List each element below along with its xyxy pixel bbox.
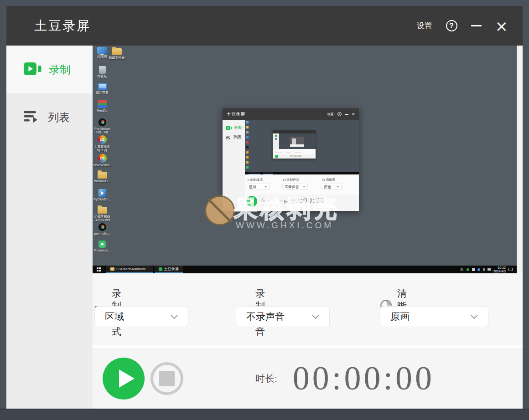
app-title: 土豆录屏: [34, 17, 91, 35]
nested-titlebar: 土豆录屏 设置 ? ×: [223, 108, 359, 120]
sidebar-item-label: 录制: [49, 62, 71, 77]
notification-icon: [508, 268, 513, 271]
nested-playbar: 时长: 00:00:00: [245, 195, 359, 211]
tray-icon: [483, 268, 485, 271]
app-window: 土豆录屏 设置 ? × 录制: [0, 0, 529, 420]
app-icon: [159, 267, 162, 271]
system-tray: 英 10:12 2024/4/3: [460, 266, 517, 273]
tray-clock: 10:12 2024/4/3: [493, 266, 506, 273]
nested-level3-window: 00:00:00: [273, 130, 316, 159]
sound-select[interactable]: 不录声音: [236, 306, 330, 327]
desktop-icon: 小鹿录视器 -1.0.40-win: [93, 205, 111, 222]
list-icon: [24, 110, 41, 125]
desktop-icon: ByClickDo...: [93, 189, 111, 201]
window-frame-bottom: [0, 409, 529, 420]
play-button[interactable]: [103, 358, 145, 400]
record-camera-icon: [24, 62, 42, 77]
nested-stop-button: [261, 198, 269, 205]
nested-titlebar-actions: 设置 ? ×: [327, 112, 355, 117]
desktop-icon: pro motio...: [93, 223, 111, 236]
nested-play-button: [246, 196, 257, 207]
titlebar-actions: 设置 ? ×: [417, 18, 508, 34]
sidebar-item-label: 列表: [48, 110, 70, 125]
nested-help-icon: ?: [337, 112, 342, 116]
controls-panel: 录制模式 区域: [93, 273, 523, 345]
app-body: 录制 列表: [6, 46, 523, 409]
tray-icon: [477, 268, 480, 271]
chevron-down-icon: [312, 312, 319, 321]
desktop-icon: DSDSLiveRec...: [93, 154, 111, 167]
chevron-down-icon: [171, 312, 178, 321]
network-icon: [488, 268, 491, 271]
desktop-icon: 新建文件夹: [108, 47, 125, 60]
app-content: 土豆录屏 设置 ? × 录制: [6, 6, 523, 409]
folder-icon: [110, 267, 114, 271]
screen-preview: 此电脑 新建文件夹 回收站 图片查看 HaoZip Pro Motion NG …: [93, 46, 517, 273]
tray-icon: [467, 268, 469, 271]
quality-select[interactable]: 原画: [380, 306, 488, 327]
playbar: 时长: 00:00:00: [93, 348, 523, 409]
minimize-button[interactable]: [471, 25, 482, 26]
settings-button[interactable]: 设置: [417, 20, 432, 31]
nested-controls: 录制模式 录制声音 清晰度 区域 不录声音 原画: [245, 174, 359, 195]
titlebar: 土豆录屏 设置 ? ×: [6, 6, 523, 46]
nested-sidebar-item-list: 列表: [223, 133, 245, 142]
watermark-site: WWW.GHXI.COM: [236, 220, 333, 230]
desktop-icon: Pro Motion NG - V8: [93, 118, 111, 134]
record-camera-icon: [226, 126, 232, 130]
desktop-icon: HaoZip: [93, 100, 111, 113]
nested-app-title: 土豆录屏: [227, 111, 245, 118]
desktop-icon: Screenres...: [93, 241, 111, 252]
close-icon[interactable]: ×: [495, 18, 508, 34]
preview-taskbar: C:\Users\Administ... 土豆录屏 英: [93, 266, 517, 273]
taskbar-item-app: 土豆录屏: [155, 266, 183, 273]
nested-preview: 00:00:00: [245, 120, 359, 174]
sidebar-item-list[interactable]: 列表: [6, 93, 93, 141]
help-icon[interactable]: ?: [446, 20, 457, 31]
main-panel: 此电脑 新建文件夹 回收站 图片查看 HaoZip Pro Motion NG …: [93, 46, 523, 409]
nested-sidebar-item-record: 录制: [223, 123, 245, 133]
chevron-down-icon: [471, 312, 478, 321]
desktop-icon: 图片查看: [93, 83, 111, 94]
sidebar: 录制 列表: [6, 46, 93, 409]
sidebar-item-record[interactable]: 录制: [6, 46, 93, 93]
divider: [93, 345, 523, 348]
nested-close-icon: ×: [352, 112, 355, 117]
desktop-icon: 回收站: [93, 66, 111, 78]
nested-sidebar: 录制 列表: [223, 120, 245, 211]
nested-body: 录制 列表: [223, 120, 359, 211]
nested-main: 00:00:00 录制模式 录制声音 清晰度: [245, 120, 359, 211]
list-icon: [226, 135, 232, 140]
duration-label: 时长:: [255, 372, 277, 385]
taskbar-item-explorer: C:\Users\Administ...: [106, 266, 153, 273]
nested-app-window: 土豆录屏 设置 ? ×: [223, 108, 359, 211]
desktop-icon: WinToHD...: [93, 170, 111, 183]
desktop-icon: DS土豆直播录制 工具: [93, 135, 111, 152]
duration-timer: 00:00:00: [293, 359, 435, 398]
nested-minimize-button: [345, 114, 348, 115]
nested-level4-window: [290, 137, 304, 147]
start-button-icon: [93, 266, 104, 273]
tray-icon: [472, 268, 475, 271]
stop-button[interactable]: [150, 362, 183, 395]
ime-indicator: 英: [460, 267, 464, 272]
mode-select[interactable]: 区域: [94, 306, 188, 327]
nested-settings-button: 设置: [327, 112, 334, 117]
